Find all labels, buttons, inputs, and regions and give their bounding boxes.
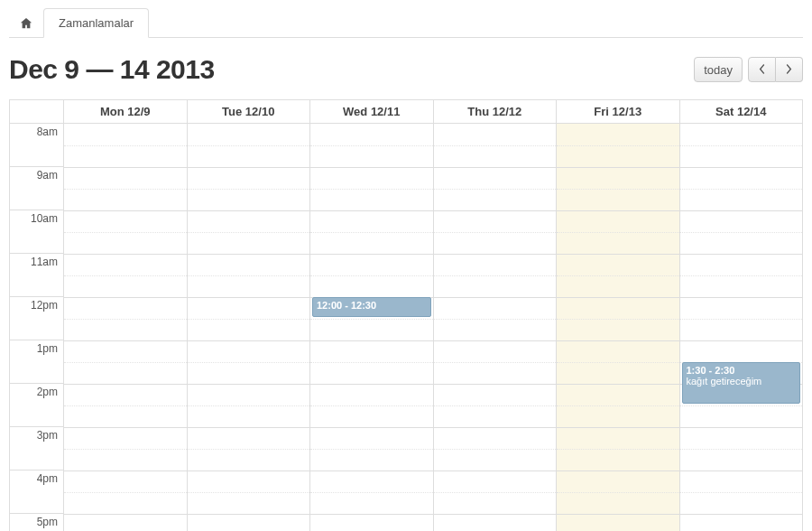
time-slot[interactable] (680, 275, 803, 297)
time-slot[interactable] (188, 405, 310, 427)
time-slot[interactable] (680, 232, 803, 254)
time-slot[interactable] (680, 189, 803, 210)
time-slot[interactable] (557, 384, 679, 405)
time-slot[interactable] (64, 492, 187, 514)
tab-home[interactable] (9, 10, 43, 37)
time-slot[interactable] (310, 492, 433, 514)
time-slot[interactable] (434, 145, 557, 167)
time-slot[interactable] (557, 275, 679, 297)
time-slot[interactable] (188, 189, 310, 210)
time-slot[interactable] (310, 210, 433, 232)
time-slot[interactable] (434, 124, 557, 145)
time-slot[interactable] (557, 145, 679, 167)
time-slot[interactable] (64, 427, 187, 449)
calendar-event[interactable]: 12:00 - 12:30 (312, 297, 431, 317)
time-slot[interactable] (188, 319, 310, 340)
time-slot[interactable] (434, 427, 557, 449)
next-button[interactable] (776, 57, 803, 82)
time-slot[interactable] (310, 427, 433, 449)
time-slot[interactable] (188, 167, 310, 189)
time-slot[interactable] (680, 449, 803, 470)
time-slot[interactable] (434, 275, 557, 297)
time-slot[interactable] (188, 297, 310, 319)
time-slot[interactable] (188, 427, 310, 449)
time-slot[interactable] (557, 362, 679, 384)
time-slot[interactable] (557, 167, 679, 189)
time-slot[interactable] (557, 319, 679, 340)
time-slot[interactable] (64, 470, 187, 492)
time-slot[interactable] (188, 362, 310, 384)
time-slot[interactable] (188, 514, 310, 531)
time-slot[interactable] (188, 340, 310, 362)
time-slot[interactable] (64, 275, 187, 297)
time-slot[interactable] (310, 449, 433, 470)
time-slot[interactable] (64, 232, 187, 254)
time-slot[interactable] (310, 124, 433, 145)
day-header[interactable]: Mon 12/9 (64, 100, 188, 124)
time-slot[interactable] (434, 384, 557, 405)
time-slot[interactable] (557, 449, 679, 470)
time-slot[interactable] (680, 167, 803, 189)
time-slot[interactable] (310, 470, 433, 492)
time-slot[interactable] (680, 145, 803, 167)
time-slot[interactable] (64, 514, 187, 531)
time-slot[interactable] (310, 232, 433, 254)
time-slot[interactable] (64, 189, 187, 210)
time-slot[interactable] (557, 405, 679, 427)
time-slot[interactable] (557, 189, 679, 210)
day-header[interactable]: Tue 12/10 (188, 100, 311, 124)
time-slot[interactable] (310, 275, 433, 297)
time-slot[interactable] (434, 189, 557, 210)
day-header[interactable]: Fri 12/13 (557, 100, 680, 124)
time-slot[interactable] (310, 167, 433, 189)
time-slot[interactable] (188, 254, 310, 275)
time-slot[interactable] (188, 124, 310, 145)
time-slot[interactable] (680, 297, 803, 319)
day-header[interactable]: Sat 12/14 (680, 100, 804, 124)
time-slot[interactable] (557, 232, 679, 254)
time-slot[interactable] (557, 340, 679, 362)
time-slot[interactable] (64, 145, 187, 167)
time-slot[interactable] (310, 405, 433, 427)
time-slot[interactable] (434, 167, 557, 189)
time-slot[interactable] (188, 210, 310, 232)
time-slot[interactable] (557, 210, 679, 232)
time-slot[interactable] (310, 254, 433, 275)
time-slot[interactable] (680, 405, 803, 427)
time-slot[interactable] (557, 297, 679, 319)
time-slot[interactable] (64, 449, 187, 470)
time-slot[interactable] (64, 124, 187, 145)
time-slot[interactable] (188, 384, 310, 405)
time-slot[interactable] (188, 492, 310, 514)
time-slot[interactable] (188, 275, 310, 297)
time-slot[interactable] (434, 492, 557, 514)
time-slot[interactable] (310, 340, 433, 362)
time-slot[interactable] (434, 340, 557, 362)
time-slot[interactable] (310, 362, 433, 384)
time-slot[interactable] (680, 470, 803, 492)
time-slot[interactable] (64, 297, 187, 319)
time-slot[interactable] (64, 384, 187, 405)
time-slot[interactable] (434, 210, 557, 232)
time-slot[interactable] (310, 384, 433, 405)
tab-schedules[interactable]: Zamanlamalar (43, 8, 149, 38)
time-slot[interactable] (434, 319, 557, 340)
time-slot[interactable] (64, 405, 187, 427)
time-slot[interactable] (557, 470, 679, 492)
time-slot[interactable] (557, 124, 679, 145)
time-slot[interactable] (557, 427, 679, 449)
time-slot[interactable] (64, 167, 187, 189)
time-slot[interactable] (188, 145, 310, 167)
time-slot[interactable] (310, 319, 433, 340)
time-slot[interactable] (64, 362, 187, 384)
today-button[interactable]: today (694, 57, 743, 82)
time-slot[interactable] (680, 340, 803, 362)
time-slot[interactable] (434, 449, 557, 470)
time-slot[interactable] (434, 362, 557, 384)
time-slot[interactable] (680, 319, 803, 340)
time-slot[interactable] (188, 470, 310, 492)
calendar-event[interactable]: 1:30 - 2:30kağıt getireceğim (682, 362, 801, 404)
time-slot[interactable] (680, 427, 803, 449)
time-slot[interactable] (680, 124, 803, 145)
time-slot[interactable] (64, 254, 187, 275)
